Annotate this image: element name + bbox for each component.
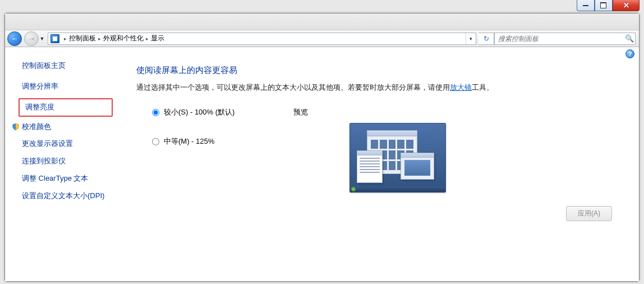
main-panel: ? 使阅读屏幕上的内容更容易 通过选择其中一个选项，可以更改屏幕上的文本大小以及… <box>123 47 639 281</box>
desc-text-post: 工具。 <box>472 83 494 91</box>
magnifier-link[interactable]: 放大镜 <box>450 83 472 91</box>
radio-medium-input[interactable] <box>152 138 159 145</box>
sidebar-item-label: 校准颜色 <box>22 121 51 133</box>
address-bar[interactable]: ▸ 控制面板 ▸ 外观和个性化 ▸ 显示 ▾ <box>48 33 476 45</box>
sidebar: 控制面板主页 调整分辨率 调整亮度 校准颜色 更改显示器设置 连接到投影仪 调整… <box>5 47 123 281</box>
close-button[interactable]: ✕ <box>613 0 640 11</box>
chevron-right-icon: ▸ <box>144 36 151 42</box>
help-button[interactable]: ? <box>625 49 634 58</box>
search-icon: 🔍 <box>624 34 635 43</box>
minimize-button[interactable] <box>577 0 595 11</box>
desc-text-pre: 通过选择其中一个选项，可以更改屏幕上的文本大小以及其他项。若要暂时放大部分屏幕，… <box>136 83 450 91</box>
radio-option-small[interactable]: 较小(S) - 100% (默认) <box>152 107 293 117</box>
preview-window-list <box>357 150 383 183</box>
arrow-right-icon: → <box>28 35 35 42</box>
breadcrumb-root[interactable]: 控制面板 <box>69 34 96 43</box>
window-titlebar-area <box>5 13 639 30</box>
radio-medium-label: 中等(M) - 125% <box>164 136 214 146</box>
sidebar-item-calibrate-color[interactable]: 校准颜色 <box>22 121 113 133</box>
refresh-icon: ↻ <box>484 35 489 43</box>
content-area: 控制面板主页 调整分辨率 调整亮度 校准颜色 更改显示器设置 连接到投影仪 调整… <box>5 47 639 281</box>
shield-icon <box>12 123 20 131</box>
page-description: 通过选择其中一个选项，可以更改屏幕上的文本大小以及其他项。若要暂时放大部分屏幕，… <box>136 81 625 94</box>
control-panel-icon <box>50 34 59 43</box>
maximize-icon <box>601 3 606 8</box>
window-controls: ✕ <box>577 0 640 11</box>
address-dropdown[interactable]: ▾ <box>466 33 476 45</box>
nav-forward-button[interactable]: → <box>24 31 39 46</box>
sidebar-item-projector[interactable]: 连接到投影仪 <box>22 155 113 167</box>
explorer-window: ← → ▼ ▸ 控制面板 ▸ 外观和个性化 ▸ 显示 ▾ ↻ 🔍 控制面板主页 … <box>4 13 640 282</box>
sidebar-item-brightness[interactable]: 调整亮度 <box>25 102 106 113</box>
radio-option-medium[interactable]: 中等(M) - 125% <box>152 136 293 146</box>
maximize-button[interactable] <box>595 0 613 11</box>
apply-button[interactable]: 应用(A) <box>566 206 612 221</box>
navigation-bar: ← → ▼ ▸ 控制面板 ▸ 外观和个性化 ▸ 显示 ▾ ↻ 🔍 <box>5 30 639 47</box>
preview-image <box>349 123 446 193</box>
breadcrumb-page[interactable]: 显示 <box>151 34 164 43</box>
page-title: 使阅读屏幕上的内容更容易 <box>136 65 625 76</box>
sidebar-item-resolution[interactable]: 调整分辨率 <box>22 81 113 93</box>
chevron-right-icon: ▸ <box>96 36 103 42</box>
sidebar-item-custom-dpi[interactable]: 设置自定义文本大小(DPI) <box>22 190 113 202</box>
nav-back-button[interactable]: ← <box>7 31 22 46</box>
sidebar-item-display-settings[interactable]: 更改显示器设置 <box>22 138 113 150</box>
preview-label: 预览 <box>293 107 625 117</box>
sidebar-home-link[interactable]: 控制面板主页 <box>22 61 113 71</box>
refresh-button[interactable]: ↻ <box>479 33 494 45</box>
nav-history-dropdown[interactable]: ▼ <box>39 31 45 46</box>
arrow-left-icon: ← <box>11 35 19 42</box>
preview-window-panel <box>401 153 434 180</box>
radio-small-label: 较小(S) - 100% (默认) <box>164 107 234 117</box>
chevron-right-icon: ▸ <box>62 36 69 42</box>
radio-small-input[interactable] <box>152 109 159 116</box>
search-box[interactable]: 🔍 <box>494 33 636 45</box>
close-icon: ✕ <box>623 2 629 9</box>
breadcrumb-category[interactable]: 外观和个性化 <box>103 34 144 43</box>
minimize-icon <box>583 5 588 6</box>
sidebar-item-cleartype[interactable]: 调整 ClearType 文本 <box>22 173 113 185</box>
sidebar-item-brightness-highlighted: 调整亮度 <box>19 98 113 117</box>
search-input[interactable] <box>495 35 624 43</box>
size-options: 较小(S) - 100% (默认) 中等(M) - 125% <box>136 107 293 166</box>
preview-taskbar <box>350 186 445 192</box>
